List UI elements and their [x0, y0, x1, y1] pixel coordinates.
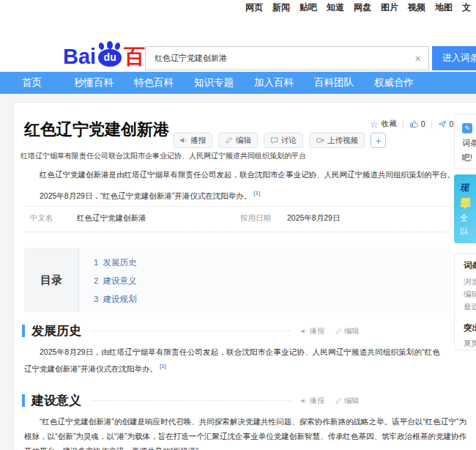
share-button[interactable]: 0 [438, 119, 454, 128]
topnav-link-news[interactable]: 新闻 [272, 1, 290, 14]
toc-item-1[interactable]: 1发展历史 [94, 254, 136, 272]
section-edit-button[interactable]: 编辑 [335, 326, 359, 336]
stats-row: 编辑 [464, 288, 476, 300]
lead-paragraph-1-text: 红色辽宁党建创新港是由红塔辽宁烟草有限责任公司发起，联合沈阳市企事业记协、人民网… [40, 170, 455, 179]
broadcast-label: 播报 [190, 136, 206, 146]
mainnav-home[interactable]: 首页 [22, 76, 42, 89]
search-input[interactable] [146, 47, 428, 70]
article-actions: ☆ 收藏 0 0 [370, 119, 453, 129]
discuss-button[interactable]: 讨论 [264, 133, 303, 148]
reference-link[interactable]: [1] [160, 363, 166, 369]
baidu-paw-icon: du [97, 41, 123, 67]
table-of-contents: 目录 1发展历史 2建设意义 3建设规划 [24, 248, 450, 312]
banner-text: 以 [460, 226, 476, 237]
section-header-significance: 建设意义 播报 编辑 [22, 392, 359, 409]
section-broadcast-label: 播报 [310, 396, 324, 406]
pencil-icon [335, 328, 342, 335]
section-marker [22, 325, 25, 337]
infobox-label: 中文名 [30, 213, 77, 224]
edit-badge-icon: ✎ [462, 123, 472, 133]
favorite-button[interactable]: ☆ 收藏 [370, 119, 397, 129]
logo-text-bai: Bai [63, 45, 96, 67]
divider [403, 120, 404, 128]
toc-item-number: 1 [94, 258, 98, 267]
sidebar-edit-invite-card[interactable]: ✎ 本 词条 吧! [454, 114, 476, 169]
pencil-icon [225, 136, 233, 144]
contributor-name[interactable]: 夏翼 [464, 339, 476, 349]
like-button[interactable]: 0 [409, 119, 425, 128]
edit-button[interactable]: 编辑 [218, 133, 258, 148]
section-paragraph-significance: “红色辽宁党建创新港”的创建是响应时代召唤、共同探索解决党建共性问题、探索协作新… [24, 414, 466, 450]
speaker-icon [300, 328, 308, 335]
sidebar-promo-banner[interactable]: 现 攀 全 以 [454, 174, 476, 243]
lead-paragraph-2-text: 2025年8月29日，“红色辽宁党建创新港”开港仪式在沈阳举办。 [40, 191, 251, 200]
topnav-link-image[interactable]: 图片 [381, 1, 398, 14]
article-summary: 红塔辽宁烟草有限责任公司联合沈阳市企事业记协、人民网辽宁频道共同组织策划的平台 [21, 151, 460, 161]
header: Bai du 百科 × 进入词条 [0, 15, 476, 72]
divider [92, 400, 290, 401]
share-count: 0 [450, 119, 454, 128]
lead-paragraph-2: 2025年8月29日，“红色辽宁党建创新港”开港仪式在沈阳举办。 [1] [24, 186, 464, 203]
upload-video-label: 上传视频 [327, 136, 358, 146]
section-broadcast-button[interactable]: 播报 [300, 326, 324, 336]
stats-row: 最近 [464, 300, 476, 313]
page-title: 红色辽宁党建创新港 [24, 119, 169, 141]
section-header-history: 发展历史 播报 编辑 [22, 322, 359, 339]
discuss-label: 讨论 [281, 136, 297, 146]
toc-item-number: 3 [94, 295, 98, 303]
toc-item-number: 2 [94, 276, 98, 285]
edit-invite-text: 词条 [462, 136, 476, 150]
lead-paragraph-1: 红色辽宁党建创新港是由红塔辽宁烟草有限责任公司发起，联合沈阳市企事业记协、人民网… [24, 167, 464, 182]
topnav-link-web[interactable]: 网页 [245, 1, 263, 14]
section-broadcast-button[interactable]: 播报 [300, 396, 324, 406]
toc-item-3[interactable]: 3建设规划 [94, 290, 136, 309]
infobox-label: 投用日期 [240, 213, 287, 224]
mainnav-miaodong[interactable]: 秒懂百科 [74, 76, 114, 89]
toc-item-label: 建设规划 [103, 295, 136, 303]
infobox: 中文名 红色辽宁党建创新港 投用日期 2025年8月29日 [24, 206, 449, 232]
toc-item-2[interactable]: 2建设意义 [94, 272, 136, 290]
section-text: 2025年8月29日，由红塔辽宁烟草有限责任公司发起，联合沈阳市企事业记协、人民… [24, 347, 440, 373]
like-count: 0 [421, 119, 425, 128]
section-edit-button[interactable]: 编辑 [335, 396, 359, 406]
topnav-link-pan[interactable]: 网盘 [354, 1, 371, 14]
banner-text: 现 [460, 182, 476, 194]
mainnav-cooperation[interactable]: 权威合作 [374, 76, 414, 89]
topnav-link-map[interactable]: 地图 [435, 1, 453, 14]
star-icon: ☆ [370, 119, 379, 129]
logo-text-du: du [97, 51, 123, 63]
pencil-icon [335, 397, 342, 405]
mainnav-join[interactable]: 加入百科 [254, 76, 294, 89]
infobox-value: 2025年8月29日 [287, 213, 445, 224]
mainnav-tese[interactable]: 特色百科 [134, 76, 174, 89]
section-paragraph-history: 2025年8月29日，由红塔辽宁烟草有限责任公司发起，联合沈阳市企事业记协、人民… [24, 344, 440, 376]
mainnav-zhuanti[interactable]: 知识专题 [194, 76, 234, 89]
banner-text: 全 [460, 213, 476, 224]
infobox-value: 红色辽宁党建创新港 [77, 213, 234, 224]
thumb-up-icon [409, 119, 418, 128]
edit-invite-text: 吧! [462, 150, 476, 165]
chat-bubble-icon [270, 136, 278, 144]
upload-video-button[interactable]: 上传视频 [309, 133, 365, 148]
section-tools: 播报 编辑 [300, 326, 359, 336]
toc-title: 目录 [24, 248, 78, 312]
topnav-link-zhidao[interactable]: 知道 [327, 1, 344, 14]
topnav-link-partial[interactable]: 文 [462, 1, 471, 14]
topnav-link-video[interactable]: 视频 [408, 1, 425, 14]
clear-icon[interactable]: × [414, 51, 421, 66]
share-icon [438, 119, 447, 128]
reference-link[interactable]: [1] [253, 190, 260, 196]
divider [431, 120, 432, 128]
section-title: 发展历史 [31, 322, 81, 339]
divider [92, 331, 290, 331]
topnav-link-tieba[interactable]: 贴吧 [300, 1, 317, 14]
add-button[interactable]: + [371, 133, 386, 148]
toc-item-label: 发展历史 [103, 258, 136, 267]
enter-entry-button[interactable]: 进入词条 [432, 46, 476, 70]
mainnav-team[interactable]: 百科团队 [314, 76, 354, 89]
speaker-icon [179, 136, 187, 144]
favorite-label: 收藏 [382, 119, 397, 129]
section-title: 建设意义 [31, 392, 81, 409]
banner-text: 攀 [460, 196, 476, 210]
broadcast-button[interactable]: 播报 [173, 133, 212, 148]
